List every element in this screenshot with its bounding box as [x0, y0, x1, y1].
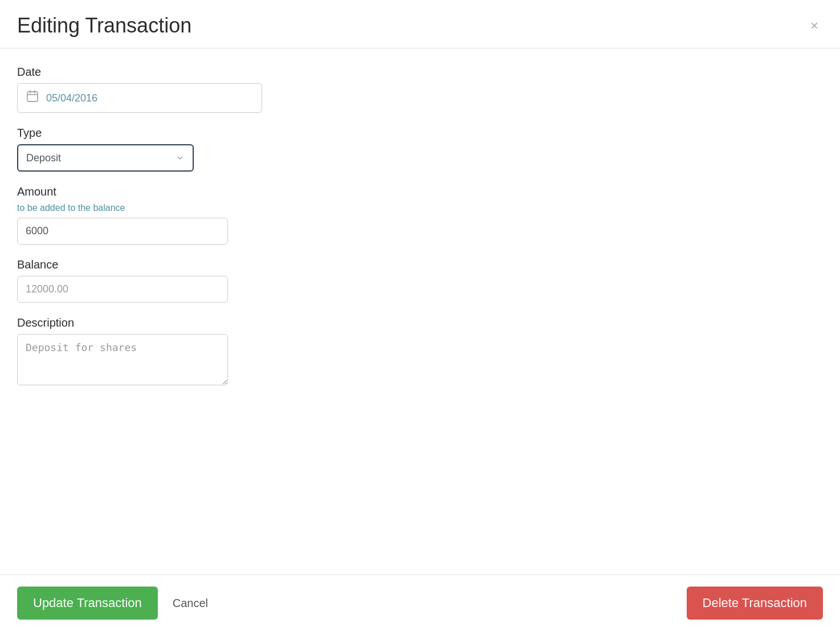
close-button[interactable]: ×: [806, 17, 823, 35]
footer-left: Update Transaction Cancel: [17, 587, 214, 620]
description-field-group: Description: [17, 316, 823, 388]
balance-label: Balance: [17, 258, 823, 271]
balance-input[interactable]: [17, 276, 228, 303]
modal-body: Date 05/04/2016 Type Deposit Withdrawal: [0, 48, 840, 458]
update-transaction-button[interactable]: Update Transaction: [17, 587, 158, 620]
amount-field-group: Amount to be added to the balance: [17, 185, 823, 245]
type-field-group: Type Deposit Withdrawal Transfer: [17, 127, 823, 172]
modal-header: Editing Transaction ×: [0, 0, 840, 48]
date-input-wrapper[interactable]: 05/04/2016: [17, 83, 262, 113]
type-select[interactable]: Deposit Withdrawal Transfer: [17, 144, 194, 172]
calendar-icon: [26, 89, 39, 107]
modal-container: Editing Transaction × Date 05/04/2016: [0, 0, 840, 631]
balance-field-group: Balance: [17, 258, 823, 303]
delete-transaction-button[interactable]: Delete Transaction: [687, 587, 823, 620]
date-value: 05/04/2016: [46, 92, 97, 104]
svg-rect-0: [27, 92, 38, 101]
date-label: Date: [17, 66, 823, 79]
amount-label: Amount: [17, 185, 823, 198]
date-field-group: Date 05/04/2016: [17, 66, 823, 113]
modal-title: Editing Transaction: [17, 14, 191, 38]
modal-footer: Update Transaction Cancel Delete Transac…: [0, 575, 840, 631]
cancel-button[interactable]: Cancel: [167, 588, 214, 619]
amount-hint: to be added to the balance: [17, 203, 823, 213]
amount-input[interactable]: [17, 218, 228, 245]
description-input[interactable]: [17, 334, 228, 385]
type-label: Type: [17, 127, 823, 140]
description-label: Description: [17, 316, 823, 329]
